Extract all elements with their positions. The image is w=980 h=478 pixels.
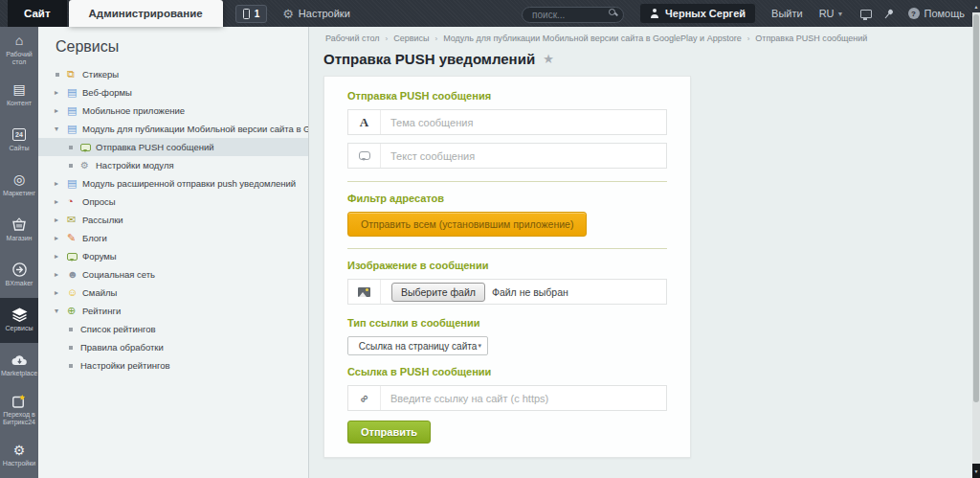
tree-item-label: Веб-формы bbox=[82, 87, 132, 98]
tree-item-label: Рассылки bbox=[82, 215, 123, 225]
tree-item-ratings[interactable]: ▾ ⊕ Рейтинги bbox=[38, 302, 308, 320]
tree-item-newsletters[interactable]: ▸ ✉ Рассылки bbox=[38, 211, 308, 229]
calendar-24-icon: 24 bbox=[12, 127, 26, 142]
tree-expander-collapsed[interactable]: ▸ bbox=[55, 252, 67, 261]
bullet-icon bbox=[68, 164, 80, 168]
user-icon bbox=[650, 9, 659, 18]
tree-item-label: Мобильное приложение bbox=[82, 105, 185, 116]
mobile-app-icon bbox=[243, 9, 250, 19]
tree-item-extended-push[interactable]: ▸ ▤ Модуль расширенной отправки push уве… bbox=[38, 174, 308, 193]
choose-file-button[interactable]: Выберите файл bbox=[391, 283, 485, 302]
sidebar-item-marketing[interactable]: ◎ Маркетинг bbox=[0, 162, 38, 207]
sidebar-item-bitrix24[interactable]: Переход в Битрикс24 bbox=[0, 388, 38, 433]
tree-item-label: Блоги bbox=[82, 233, 107, 243]
breadcrumb-item[interactable]: Отправка PUSH сообщений bbox=[755, 34, 867, 43]
tree-item-mobile-app[interactable]: ▸ ▤ Мобильное приложение bbox=[38, 102, 308, 120]
tree-item-label: Стикеры bbox=[82, 69, 119, 80]
search-input[interactable] bbox=[522, 7, 624, 23]
pie-chart-icon: ◔ bbox=[67, 196, 82, 207]
tree-item-publish-module[interactable]: ▾ ▤ Модуль для публикации Мобильной верс… bbox=[38, 120, 308, 138]
sidebar-item-shop[interactable]: Магазин bbox=[0, 207, 38, 252]
tree-item-social-network[interactable]: ▸ ☻ Социальная сеть bbox=[38, 265, 308, 284]
layers-icon bbox=[11, 307, 28, 322]
tab-site[interactable]: Сайт bbox=[8, 0, 67, 27]
page-title-row: Отправка PUSH уведомлений ★ bbox=[323, 51, 972, 67]
breadcrumb-item[interactable]: Модуль для публикации Мобильной версии с… bbox=[443, 34, 742, 43]
link-type-select[interactable]: Ссылка на страницу сайта ▾ bbox=[347, 336, 488, 355]
submit-button[interactable]: Отправить bbox=[347, 421, 431, 444]
search-icon[interactable] bbox=[609, 9, 615, 15]
sidebar-item-label: Настройки bbox=[3, 460, 35, 467]
tree-expander-collapsed[interactable]: ▸ bbox=[55, 234, 67, 242]
logout-link[interactable]: Выйти bbox=[771, 8, 803, 19]
user-menu-button[interactable]: Черных Сергей bbox=[640, 4, 755, 23]
text-format-icon: A bbox=[348, 110, 381, 134]
tree-item-push-send[interactable]: Отправка PUSH сообщений bbox=[38, 138, 308, 156]
sidebar-item-sites[interactable]: 24 Сайты bbox=[0, 117, 38, 162]
user-name: Черных Сергей bbox=[665, 8, 746, 19]
sidebar-item-marketplace[interactable]: Marketplace bbox=[0, 343, 38, 388]
sidebar-item-content[interactable]: ▤ Контент bbox=[0, 72, 38, 117]
tree-item-label: Смайлы bbox=[82, 287, 117, 298]
message-input[interactable] bbox=[381, 150, 666, 162]
tree-expander-collapsed[interactable]: ▸ bbox=[55, 270, 67, 279]
sidebar-item-services[interactable]: Сервисы bbox=[0, 298, 38, 343]
pin-icon[interactable] bbox=[886, 8, 893, 14]
tree-expander-collapsed[interactable]: ▸ bbox=[55, 106, 67, 115]
tree-expander-collapsed[interactable]: ▸ bbox=[55, 288, 67, 297]
tree-expander-collapsed[interactable]: ▸ bbox=[55, 179, 67, 188]
scrollbar-up-arrow-icon[interactable]: ▲ bbox=[972, 0, 980, 12]
subject-input[interactable] bbox=[381, 117, 666, 128]
tree-item-ratings-list[interactable]: Список рейтингов bbox=[38, 320, 308, 338]
sidebar-item-settings[interactable]: ⚙ Настройки bbox=[0, 433, 38, 478]
tab-administration[interactable]: Администрирование bbox=[69, 0, 223, 27]
scrollbar-down-arrow-icon[interactable]: ▼ bbox=[972, 464, 980, 478]
tree-item-label: Опросы bbox=[82, 196, 116, 207]
tree-expander-expanded[interactable]: ▾ bbox=[55, 125, 67, 133]
tree-expander-expanded[interactable]: ▾ bbox=[55, 307, 67, 315]
tree-expander-collapsed[interactable]: ▸ bbox=[55, 88, 67, 97]
section-heading-send: Отправка PUSH сообщения bbox=[347, 90, 667, 102]
notifications-button[interactable]: 1 bbox=[235, 5, 268, 23]
tree-item-stickers[interactable]: ⧉ Стикеры bbox=[38, 65, 308, 83]
sidebar-item-label: Сайты bbox=[9, 145, 29, 152]
browser-scrollbar[interactable]: ▲ ▼ bbox=[972, 0, 980, 478]
sidebar-item-desktop[interactable]: ⌂ Рабочий стол bbox=[0, 27, 38, 72]
language-selector[interactable]: RU ▼ bbox=[819, 8, 844, 19]
sticker-icon: ⧉ bbox=[67, 69, 82, 80]
send-to-all-button[interactable]: Отправить всем (установившим приложение) bbox=[347, 212, 587, 237]
tree-item-label: Правила обработки bbox=[80, 342, 164, 353]
push-form-card: Отправка PUSH сообщения A Фильтр адресат… bbox=[323, 76, 691, 458]
tree-item-polls[interactable]: ▸ ◔ Опросы bbox=[38, 193, 308, 211]
rating-plus-icon: ⊕ bbox=[67, 306, 82, 316]
home-icon: ⌂ bbox=[15, 34, 23, 48]
sidebar-item-bxmaker[interactable]: BXmaker bbox=[0, 252, 38, 297]
breadcrumb-item[interactable]: Рабочий стол bbox=[325, 34, 380, 43]
module-icon: ▤ bbox=[67, 124, 82, 134]
target-icon: ◎ bbox=[13, 172, 25, 187]
main-content: Рабочий стол › Сервисы › Модуль для публ… bbox=[310, 27, 972, 478]
tree-item-blogs[interactable]: ▸ ✎ Блоги bbox=[38, 229, 308, 247]
tree-item-webforms[interactable]: ▸ ▤ Веб-формы bbox=[38, 83, 308, 102]
tree-item-smiles[interactable]: ▸ ☺ Смайлы bbox=[38, 284, 308, 302]
tree-item-processing-rules[interactable]: Правила обработки bbox=[38, 338, 308, 356]
sidebar-item-label: Контент bbox=[7, 100, 32, 107]
favorite-star-icon[interactable]: ★ bbox=[543, 52, 554, 66]
tree-item-forums[interactable]: ▸ Форумы bbox=[38, 247, 308, 265]
tree-item-label: Форумы bbox=[82, 251, 117, 262]
breadcrumb-item[interactable]: Сервисы bbox=[393, 34, 429, 43]
tree-expander-collapsed[interactable]: ▸ bbox=[55, 197, 67, 206]
scrollbar-thumb[interactable] bbox=[973, 14, 979, 402]
tree-item-ratings-settings[interactable]: Настройки рейтингов bbox=[38, 356, 308, 375]
tree-item-module-settings[interactable]: ⚙ Настройки модуля bbox=[38, 156, 308, 174]
desktop-app-icon[interactable] bbox=[860, 10, 872, 18]
message-field bbox=[347, 143, 667, 169]
people-icon: ☻ bbox=[67, 269, 82, 280]
tree-expander-collapsed[interactable]: ▸ bbox=[55, 216, 67, 224]
link-input[interactable] bbox=[381, 393, 666, 404]
topbar-settings-button[interactable]: ⚙ Настройки bbox=[282, 8, 350, 20]
sidebar-item-label: Маркетинг bbox=[3, 190, 35, 197]
help-button[interactable]: ? Помощь bbox=[908, 8, 966, 19]
top-bar: Сайт Администрирование 1 ⚙ Настройки Чер… bbox=[0, 0, 980, 27]
section-heading-link: Ссылка в PUSH сообщении bbox=[347, 366, 667, 377]
